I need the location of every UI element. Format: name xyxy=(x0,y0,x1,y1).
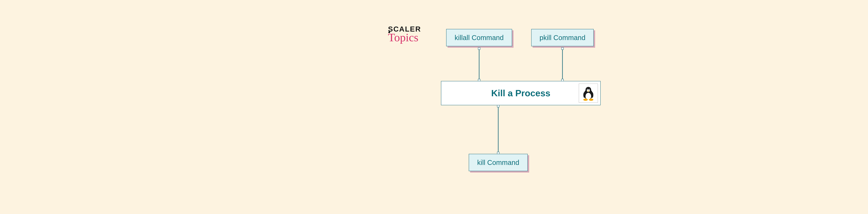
connector-joint xyxy=(497,105,499,107)
svg-point-9 xyxy=(589,99,593,101)
node-label: pkill Command xyxy=(539,34,586,42)
scaler-topics-logo: SCALER Topics xyxy=(388,26,421,43)
svg-point-11 xyxy=(591,92,593,98)
node-kill-a-process: Kill a Process xyxy=(441,81,601,105)
svg-point-7 xyxy=(589,89,589,90)
connector-joint xyxy=(478,79,480,81)
node-kill-command: kill Command xyxy=(469,154,528,171)
connector-line xyxy=(498,105,499,154)
diagram-canvas: SCALER Topics killall Command pkill Comm… xyxy=(312,12,729,202)
node-label: Kill a Process xyxy=(491,88,550,98)
logo-line-2: Topics xyxy=(388,32,421,43)
node-pkill-command: pkill Command xyxy=(531,29,594,46)
tux-penguin-icon xyxy=(579,83,598,103)
svg-point-10 xyxy=(583,92,586,98)
connector-joint xyxy=(497,152,499,154)
connector-line xyxy=(479,48,479,69)
svg-point-1 xyxy=(586,93,591,100)
node-killall-command: killall Command xyxy=(446,29,512,46)
connector-line xyxy=(562,48,563,69)
connector-joint xyxy=(478,47,480,50)
connector-joint xyxy=(561,47,564,50)
node-label: kill Command xyxy=(477,159,519,167)
connector-joint xyxy=(561,79,564,81)
penguin-svg xyxy=(581,85,596,101)
node-label: killall Command xyxy=(455,34,504,42)
svg-point-6 xyxy=(587,89,588,90)
svg-point-8 xyxy=(583,99,588,101)
